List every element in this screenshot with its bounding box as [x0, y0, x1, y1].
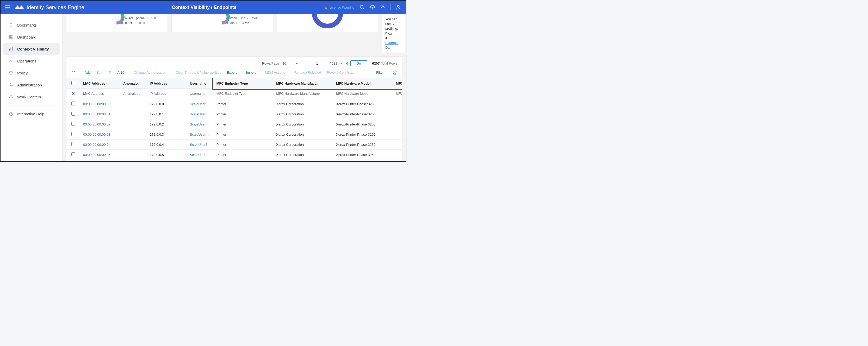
- cell-os: [393, 129, 402, 139]
- column-header-username[interactable]: Username: [187, 78, 213, 89]
- add-button[interactable]: +Add: [81, 70, 91, 75]
- refresh-icon[interactable]: [71, 70, 75, 75]
- clear-threats-button[interactable]: Clear Threats & Vulnerabilities: [176, 70, 221, 74]
- first-page-icon[interactable]: |<: [304, 61, 308, 65]
- filter-username-input[interactable]: [190, 92, 210, 96]
- cell-model: Xerox-Printer-Phaser3250: [333, 160, 393, 161]
- mac-link[interactable]: 00:00:00:00:00:05: [83, 153, 111, 157]
- user-link[interactable]: ScaleUser1...: [190, 122, 210, 126]
- revoke-certificate-button[interactable]: Revoke Certificate: [327, 70, 354, 74]
- dashboard-icon: [8, 34, 13, 39]
- filter-ip-input[interactable]: [150, 92, 184, 96]
- wrench-icon: [8, 58, 13, 64]
- bars-icon: [8, 46, 13, 52]
- export-dropdown[interactable]: Export⌄: [227, 70, 241, 74]
- filter-endpoint-type-input[interactable]: [216, 92, 270, 96]
- page-input[interactable]: [315, 61, 328, 66]
- cell-manufacturer: Xerox Corporation: [273, 99, 333, 109]
- row-checkbox[interactable]: [71, 152, 75, 156]
- row-checkbox[interactable]: [71, 112, 75, 116]
- import-dropdown[interactable]: Import⌄: [246, 70, 259, 74]
- anc-dropdown[interactable]: ANC⌄: [117, 70, 128, 74]
- user-link[interactable]: ScaleUser5: [190, 143, 207, 147]
- license-warning[interactable]: ▲ License Warning: [324, 5, 354, 10]
- filter-manufacturer-input[interactable]: [276, 92, 330, 96]
- chevron-down-icon: ⌄: [167, 71, 170, 74]
- svg-rect-15: [10, 95, 11, 96]
- mac-link[interactable]: 00:00:00:00:00:02: [83, 122, 111, 126]
- help-icon[interactable]: [370, 4, 375, 10]
- filter-anomalous-input[interactable]: [123, 92, 144, 96]
- hamburger-icon[interactable]: [5, 5, 10, 9]
- cell-manufacturer: Xerox Corporation: [273, 109, 333, 119]
- rows-per-page-select[interactable]: 10: [281, 61, 293, 66]
- select-all-checkbox[interactable]: [71, 81, 75, 85]
- mac-link[interactable]: 00:00:00:00:00:03: [83, 132, 111, 136]
- table-row[interactable]: 00:00:00:00:00:04172.0.0.4ScaleUser5Prin…: [66, 139, 402, 150]
- column-header-mac[interactable]: MAC Address: [80, 78, 120, 89]
- user-icon[interactable]: [396, 4, 401, 10]
- close-icon[interactable]: ✕: [72, 91, 75, 96]
- column-header-model[interactable]: MFC Hardware Model: [333, 78, 393, 89]
- column-header-ip[interactable]: IP Address: [147, 78, 187, 89]
- warning-icon: ▲: [324, 5, 328, 10]
- chevron-down-icon[interactable]: ▼: [296, 62, 298, 65]
- user-link[interactable]: ScaleUser2...: [190, 112, 210, 116]
- last-page-icon[interactable]: >|: [344, 61, 348, 65]
- column-header-os[interactable]: MFC Operating System: [393, 78, 402, 89]
- row-checkbox[interactable]: [71, 142, 75, 146]
- sidebar-item-label: Operations: [17, 59, 36, 63]
- sidebar-item-policy[interactable]: Policy: [3, 67, 60, 78]
- svg-rect-9: [9, 37, 11, 38]
- filter-os-input[interactable]: [396, 92, 402, 96]
- column-header-endpoint-type[interactable]: MFC Endpoint Type: [213, 78, 273, 89]
- mdm-actions-dropdown[interactable]: MDM Actions⌄: [265, 70, 289, 74]
- search-icon[interactable]: [359, 4, 365, 10]
- mac-link[interactable]: 00:00:00:00:00:00: [83, 102, 111, 106]
- user-link[interactable]: ScaleUser1...: [190, 153, 210, 157]
- row-checkbox[interactable]: [71, 132, 75, 136]
- user-link[interactable]: ScaleUser2...: [190, 132, 210, 136]
- table-row[interactable]: 00:00:00:00:00:06172.0.0.6ScaleUser2...P…: [66, 160, 402, 161]
- sidebar-item-work-centers[interactable]: Work Centers: [3, 91, 60, 102]
- prev-page-icon[interactable]: <: [310, 61, 313, 65]
- sidebar-item-operations[interactable]: Operations: [3, 55, 60, 67]
- notification-icon[interactable]: [380, 4, 386, 10]
- sidebar-item-dashboard[interactable]: Dashboard: [3, 31, 60, 43]
- sidebar-item-interactive-help[interactable]: Interactive Help: [3, 108, 60, 120]
- sidebar-item-bookmarks[interactable]: Bookmarks: [3, 19, 60, 31]
- example-link[interactable]: Example Da: [385, 41, 399, 50]
- filter-model-input[interactable]: [336, 92, 390, 96]
- cell-manufacturer: Xerox Corporation: [273, 139, 333, 150]
- change-authorization-dropdown[interactable]: Change Authorization⌄: [134, 70, 170, 74]
- table-row[interactable]: 00:00:00:00:00:05172.0.0.5ScaleUser1...P…: [66, 150, 402, 160]
- edit-button[interactable]: Edit: [96, 70, 102, 74]
- table-row[interactable]: 00:00:00:00:00:02172.0.0.2ScaleUser1...P…: [66, 119, 402, 129]
- column-header-manufacturer[interactable]: MFC Hardware Manufact...: [273, 78, 333, 89]
- table-row[interactable]: 00:00:00:00:00:03172.0.0.3ScaleUser2...P…: [66, 129, 402, 139]
- next-page-icon[interactable]: >: [339, 61, 343, 65]
- table-row[interactable]: 00:00:00:00:00:00172.0.0.0ScaleUser1...P…: [66, 99, 402, 109]
- release-rejected-button[interactable]: Release Rejected: [294, 70, 321, 74]
- svg-rect-8: [11, 37, 12, 38]
- mac-link[interactable]: 00:00:00:00:00:01: [83, 112, 111, 116]
- go-button[interactable]: Go: [350, 60, 367, 66]
- sidebar-item-label: Administration: [17, 83, 42, 87]
- trash-icon[interactable]: [108, 70, 112, 75]
- sidebar-item-administration[interactable]: Administration: [3, 79, 60, 91]
- filter-mac-input[interactable]: [83, 92, 117, 96]
- row-checkbox[interactable]: [71, 122, 75, 126]
- sidebar-item-context-visibility[interactable]: Context Visibility: [3, 43, 60, 55]
- column-header-anomalous[interactable]: Anomalo...: [120, 78, 147, 89]
- total-rows-label: Total Rows: [381, 61, 397, 65]
- cell-manufacturer: Xerox Corporation: [273, 160, 333, 161]
- cell-os: [393, 160, 402, 161]
- shield-icon: [8, 70, 13, 75]
- mac-link[interactable]: 00:00:00:00:00:04: [83, 143, 111, 147]
- table-row[interactable]: 00:00:00:00:00:01172.0.0.1ScaleUser2...P…: [66, 109, 402, 119]
- svg-rect-6: [9, 35, 11, 37]
- user-link[interactable]: ScaleUser1...: [190, 102, 210, 106]
- row-checkbox[interactable]: [71, 101, 75, 105]
- settings-icon[interactable]: [393, 70, 397, 75]
- filter-dropdown[interactable]: Filter⌄: [376, 70, 388, 74]
